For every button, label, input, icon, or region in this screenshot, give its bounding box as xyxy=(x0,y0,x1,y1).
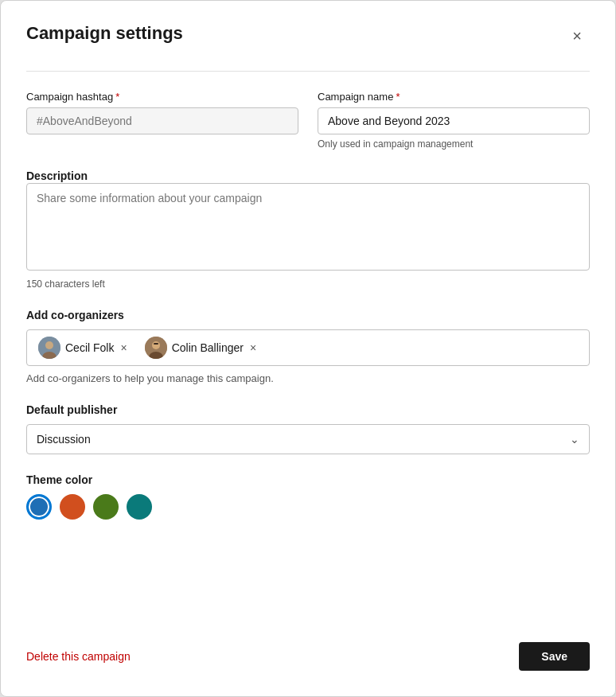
co-organizers-section: Add co-organizers Cecil Folk × xyxy=(26,309,590,384)
theme-color-label: Theme color xyxy=(26,473,590,486)
organizers-hint: Add co-organizers to help you manage thi… xyxy=(26,372,590,384)
organizer-tag-cb: Colin Ballinger × xyxy=(142,335,261,360)
required-star-name: * xyxy=(396,91,400,103)
svg-rect-6 xyxy=(154,343,158,345)
chevron-down-icon: ⌄ xyxy=(570,433,579,446)
modal-footer: Delete this campaign Save xyxy=(26,629,590,671)
svg-point-1 xyxy=(45,341,53,349)
organizer-name-cf: Cecil Folk xyxy=(65,341,114,354)
color-swatch-teal[interactable] xyxy=(127,494,152,520)
organizer-name-cb: Colin Ballinger xyxy=(172,341,244,354)
svg-point-4 xyxy=(152,341,160,349)
char-count: 150 characters left xyxy=(26,278,590,290)
avatar-cf xyxy=(38,337,60,359)
modal-title: Campaign settings xyxy=(26,23,183,44)
campaign-settings-modal: Campaign settings × Campaign hashtag* Ca… xyxy=(0,0,616,697)
publisher-label: Default publisher xyxy=(26,403,590,416)
description-section: Description xyxy=(26,169,590,274)
modal-header: Campaign settings × xyxy=(26,23,590,49)
publisher-dropdown[interactable]: Discussion ⌄ xyxy=(26,424,590,454)
publisher-value: Discussion xyxy=(37,433,91,446)
campaign-name-label: Campaign name* xyxy=(318,91,590,103)
color-swatch-green[interactable] xyxy=(93,494,119,520)
close-button[interactable]: × xyxy=(564,23,590,49)
campaign-hashtag-label: Campaign hashtag* xyxy=(26,91,298,103)
color-swatch-blue[interactable] xyxy=(26,494,52,520)
description-textarea[interactable] xyxy=(26,183,590,271)
color-swatch-orange[interactable] xyxy=(60,494,85,520)
campaign-name-group: Campaign name* Only used in campaign man… xyxy=(318,91,590,150)
campaign-name-input[interactable] xyxy=(318,107,590,134)
color-swatches xyxy=(26,494,590,520)
required-star: * xyxy=(115,91,119,103)
delete-campaign-button[interactable]: Delete this campaign xyxy=(26,650,131,663)
avatar-cb xyxy=(145,337,167,359)
save-button[interactable]: Save xyxy=(519,642,590,671)
remove-cf-button[interactable]: × xyxy=(119,342,128,353)
campaign-name-hint: Only used in campaign management xyxy=(318,138,590,150)
co-organizers-label: Add co-organizers xyxy=(26,309,590,321)
description-label: Description xyxy=(26,169,88,182)
close-icon: × xyxy=(572,27,582,45)
hashtag-name-row: Campaign hashtag* Campaign name* Only us… xyxy=(26,91,590,150)
organizer-tag-cf: Cecil Folk × xyxy=(35,335,132,360)
header-divider xyxy=(26,71,590,72)
campaign-hashtag-input[interactable] xyxy=(26,107,298,134)
organizers-input-box[interactable]: Cecil Folk × Colin Ballinger × xyxy=(26,329,590,366)
publisher-section: Default publisher Discussion ⌄ xyxy=(26,403,590,454)
remove-cb-button[interactable]: × xyxy=(248,342,258,353)
campaign-hashtag-group: Campaign hashtag* xyxy=(26,91,298,150)
avatar-cb-svg xyxy=(145,337,167,359)
theme-color-section: Theme color xyxy=(26,473,590,520)
avatar-cf-svg xyxy=(38,337,60,359)
